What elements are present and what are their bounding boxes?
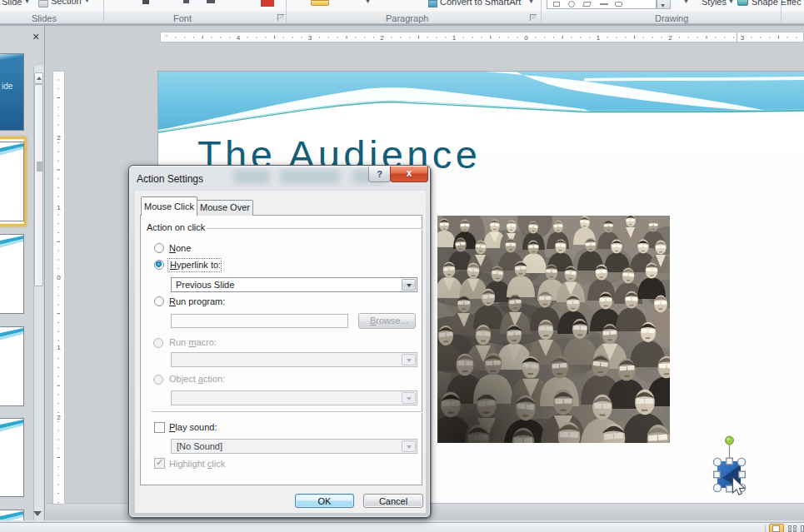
svg-text:1: 1 [452,34,457,42]
svg-text:0: 0 [524,34,528,42]
svg-text:2: 2 [668,34,672,42]
svg-text:2: 2 [57,134,61,142]
svg-text:1: 1 [57,344,61,351]
svg-text:3: 3 [741,34,745,42]
svg-text:2: 2 [380,34,384,42]
svg-text:1: 1 [597,34,601,42]
svg-text:3: 3 [308,34,312,42]
svg-text:2: 2 [57,414,61,421]
svg-text:0: 0 [57,274,61,281]
svg-text:1: 1 [57,204,61,211]
svg-text:4: 4 [237,34,241,42]
